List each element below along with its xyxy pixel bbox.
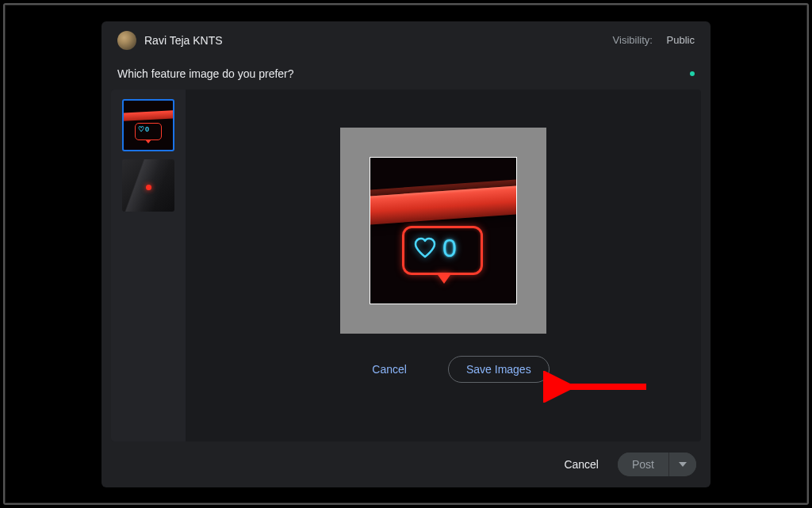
thumbnail-strip: ♡0 [111,90,186,441]
cancel-button[interactable]: Cancel [557,453,605,476]
user-name: Ravi Teja KNTS [144,34,613,47]
window-frame: Ravi Teja KNTS Visibility: Public Which … [3,3,809,505]
thumbnail-2[interactable] [122,159,174,212]
preview-image: 0 [370,157,517,304]
neon-zero: 0 [442,235,457,261]
modal-header: Ravi Teja KNTS Visibility: Public [102,21,710,56]
chevron-down-icon [679,462,687,467]
post-question: Which feature image do you prefer? [102,56,710,90]
crop-frame[interactable]: 0 [340,128,546,334]
post-button-group: Post [618,453,696,476]
post-composer-modal: Ravi Teja KNTS Visibility: Public Which … [102,21,710,487]
image-editor-area: ♡0 [111,90,701,441]
preview-area: 0 Cancel Save Images [186,90,701,441]
post-dropdown-button[interactable] [668,453,696,476]
thumbnail-1[interactable]: ♡0 [122,99,174,151]
status-indicator [690,71,695,76]
save-images-button[interactable]: Save Images [448,356,550,383]
editor-actions: Cancel Save Images [337,356,549,383]
question-text: Which feature image do you prefer? [117,67,294,80]
avatar [117,31,136,50]
heart-icon [413,237,437,259]
visibility-value: Public [667,34,695,46]
modal-footer: Cancel Post [102,441,710,487]
cancel-crop-button[interactable]: Cancel [362,357,416,382]
visibility-selector[interactable]: Visibility: Public [613,34,695,46]
post-button[interactable]: Post [618,453,668,476]
visibility-label: Visibility: [613,34,653,46]
